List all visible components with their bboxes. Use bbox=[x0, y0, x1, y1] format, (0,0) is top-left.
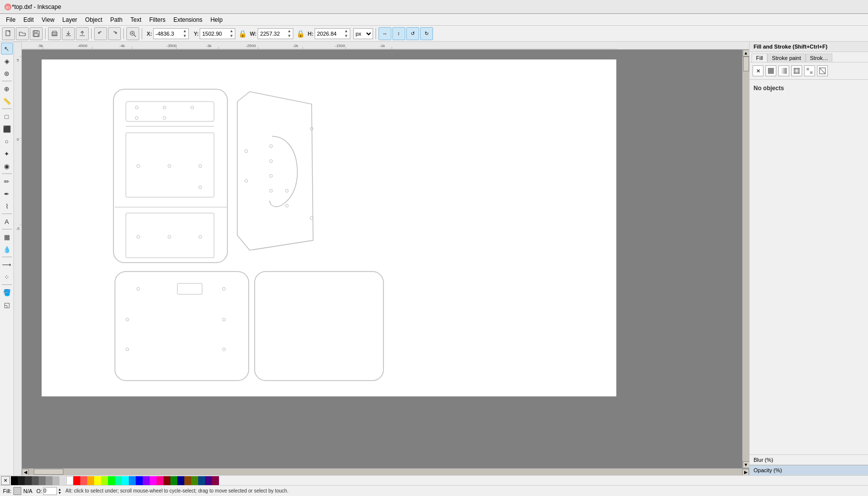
menu-text[interactable]: Text bbox=[126, 15, 145, 24]
vscroll-down[interactable]: ▼ bbox=[743, 461, 750, 468]
undo-button[interactable] bbox=[94, 27, 107, 40]
select-tool-btn[interactable]: ↖ bbox=[1, 43, 13, 55]
opacity-input[interactable] bbox=[43, 487, 57, 495]
redo-button[interactable] bbox=[108, 27, 121, 40]
tab-stroke-paint[interactable]: Stroke paint bbox=[767, 54, 806, 62]
fill-flat-btn[interactable] bbox=[765, 65, 776, 76]
vscroll-track[interactable] bbox=[743, 56, 750, 461]
color-swatch[interactable] bbox=[80, 476, 87, 485]
color-swatch-black[interactable] bbox=[11, 476, 18, 485]
gradient-tool-btn[interactable]: ▦ bbox=[1, 231, 13, 243]
h-spin[interactable]: ▲▼ bbox=[344, 29, 348, 39]
color-swatch[interactable] bbox=[184, 476, 191, 485]
import-button[interactable] bbox=[62, 27, 75, 40]
x-spin[interactable]: ▲▼ bbox=[183, 29, 187, 39]
transform-flip-h[interactable]: ↔ bbox=[379, 27, 391, 40]
color-swatch[interactable] bbox=[177, 476, 184, 485]
color-swatch[interactable] bbox=[170, 476, 177, 485]
color-swatch[interactable] bbox=[25, 476, 32, 485]
menu-path[interactable]: Path bbox=[107, 15, 127, 24]
box3d-tool-btn[interactable]: ⬛ bbox=[1, 123, 13, 135]
spiral-tool-btn[interactable]: ◉ bbox=[1, 160, 13, 172]
color-swatch[interactable] bbox=[157, 476, 163, 485]
x-input-container[interactable]: ▲▼ bbox=[153, 28, 189, 39]
color-swatch[interactable] bbox=[53, 476, 59, 485]
spray-tool-btn[interactable]: ⁘ bbox=[1, 271, 13, 283]
color-swatch[interactable] bbox=[46, 476, 53, 485]
opacity-spin[interactable]: ▲ ▼ bbox=[58, 488, 61, 495]
menu-view[interactable]: View bbox=[38, 15, 58, 24]
color-swatch-green[interactable] bbox=[108, 476, 115, 485]
transform-rot-ccw[interactable]: ↺ bbox=[406, 27, 419, 40]
color-swatch[interactable] bbox=[115, 476, 122, 485]
color-swatch[interactable] bbox=[39, 476, 46, 485]
vscroll-thumb[interactable] bbox=[743, 56, 749, 71]
connector-tool-btn[interactable]: ⟶ bbox=[1, 259, 13, 271]
menu-object[interactable]: Object bbox=[81, 15, 107, 24]
lock-icon[interactable]: 🔒 bbox=[238, 30, 247, 38]
y-input-container[interactable]: ▲▼ bbox=[200, 28, 235, 39]
color-swatch-yellow[interactable] bbox=[94, 476, 101, 485]
hscroll-left[interactable]: ◀ bbox=[22, 469, 29, 476]
horizontal-scrollbar[interactable]: ◀ ▶ bbox=[22, 468, 749, 475]
color-swatch[interactable] bbox=[163, 476, 170, 485]
color-swatch[interactable] bbox=[212, 476, 219, 485]
fill-pattern-btn[interactable] bbox=[804, 65, 815, 76]
menu-extensions[interactable]: Extensions bbox=[169, 15, 207, 24]
hw-lock-icon[interactable]: 🔒 bbox=[296, 30, 305, 38]
color-swatch[interactable] bbox=[191, 476, 198, 485]
w-input[interactable] bbox=[260, 31, 287, 37]
fill-radial-btn[interactable] bbox=[791, 65, 802, 76]
eraser-tool-btn[interactable]: ◱ bbox=[1, 299, 13, 311]
pencil-tool-btn[interactable]: ✏ bbox=[1, 175, 13, 187]
menu-edit[interactable]: Edit bbox=[19, 15, 38, 24]
measure-tool-btn[interactable]: 📏 bbox=[1, 95, 13, 107]
fill-swatch-btn[interactable] bbox=[817, 65, 828, 76]
color-swatch-orange[interactable] bbox=[87, 476, 94, 485]
zoom-tool-btn[interactable]: ⊕ bbox=[1, 83, 13, 95]
h-input-container[interactable]: ▲▼ bbox=[315, 28, 350, 39]
color-swatch[interactable] bbox=[205, 476, 212, 485]
print-button[interactable] bbox=[48, 27, 61, 40]
color-swatch[interactable] bbox=[101, 476, 108, 485]
x-input[interactable] bbox=[156, 31, 183, 37]
new-button[interactable] bbox=[2, 27, 15, 40]
star-tool-btn[interactable]: ✦ bbox=[1, 148, 13, 160]
color-swatch[interactable] bbox=[143, 476, 150, 485]
color-swatch-cyan[interactable] bbox=[122, 476, 129, 485]
h-input[interactable] bbox=[317, 31, 344, 37]
hscroll-track[interactable] bbox=[29, 469, 742, 476]
open-button[interactable] bbox=[16, 27, 29, 40]
fill-tool-btn[interactable]: 🪣 bbox=[1, 286, 13, 298]
color-swatch-red[interactable] bbox=[73, 476, 80, 485]
menu-filters[interactable]: Filters bbox=[145, 15, 169, 24]
fill-none-btn[interactable]: ✕ bbox=[753, 65, 763, 76]
hscroll-right[interactable]: ▶ bbox=[742, 469, 749, 476]
calligraphy-tool-btn[interactable]: ⌇ bbox=[1, 200, 13, 212]
color-swatch[interactable] bbox=[59, 476, 66, 485]
color-swatch[interactable] bbox=[32, 476, 39, 485]
tab-fill[interactable]: Fill bbox=[752, 54, 767, 62]
node-tool-btn[interactable]: ◈ bbox=[1, 55, 13, 67]
color-swatch[interactable] bbox=[129, 476, 136, 485]
color-swatch-magenta[interactable] bbox=[150, 476, 157, 485]
save-button[interactable] bbox=[30, 27, 43, 40]
pen-tool-btn[interactable]: ✒ bbox=[1, 188, 13, 200]
dropper-tool-btn[interactable]: 💧 bbox=[1, 243, 13, 255]
tweak-tool-btn[interactable]: ⊛ bbox=[1, 67, 13, 79]
no-color-swatch[interactable]: ✕ bbox=[1, 476, 10, 485]
color-swatch-white[interactable] bbox=[66, 476, 73, 485]
hscroll-thumb[interactable] bbox=[34, 469, 63, 475]
color-swatch-blue[interactable] bbox=[136, 476, 143, 485]
vscroll-up[interactable]: ▲ bbox=[743, 50, 750, 56]
circle-tool-btn[interactable]: ○ bbox=[1, 135, 13, 147]
tab-stroke-style[interactable]: Strok… bbox=[806, 54, 833, 62]
transform-flip-v[interactable]: ↕ bbox=[392, 27, 405, 40]
y-spin[interactable]: ▲▼ bbox=[229, 29, 233, 39]
menu-layer[interactable]: Layer bbox=[58, 15, 81, 24]
color-swatch[interactable] bbox=[198, 476, 205, 485]
rect-tool-btn[interactable]: □ bbox=[1, 110, 13, 122]
canvas[interactable] bbox=[22, 50, 742, 468]
menu-file[interactable]: File bbox=[2, 15, 19, 24]
y-input[interactable] bbox=[202, 31, 229, 37]
